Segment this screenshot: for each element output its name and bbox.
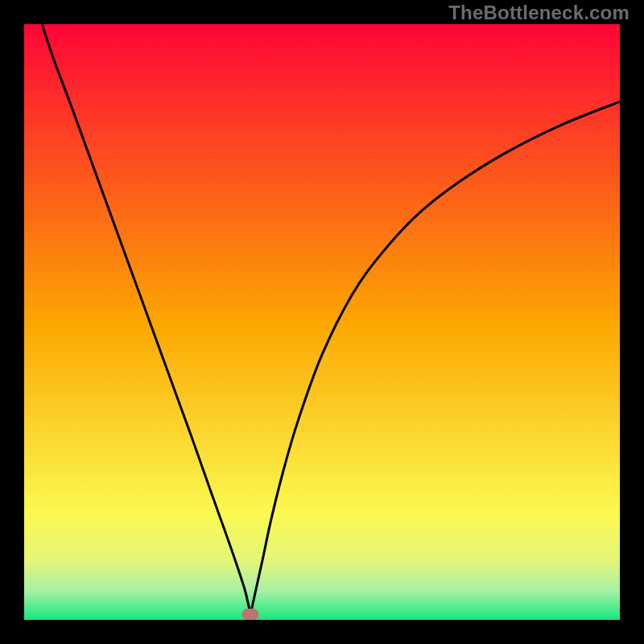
watermark-text: TheBottleneck.com xyxy=(448,2,630,24)
plot-area xyxy=(24,24,620,620)
bottleneck-chart xyxy=(24,24,620,620)
minimum-marker xyxy=(242,609,259,620)
chart-frame: TheBottleneck.com xyxy=(0,0,644,644)
gradient-background xyxy=(24,24,620,620)
